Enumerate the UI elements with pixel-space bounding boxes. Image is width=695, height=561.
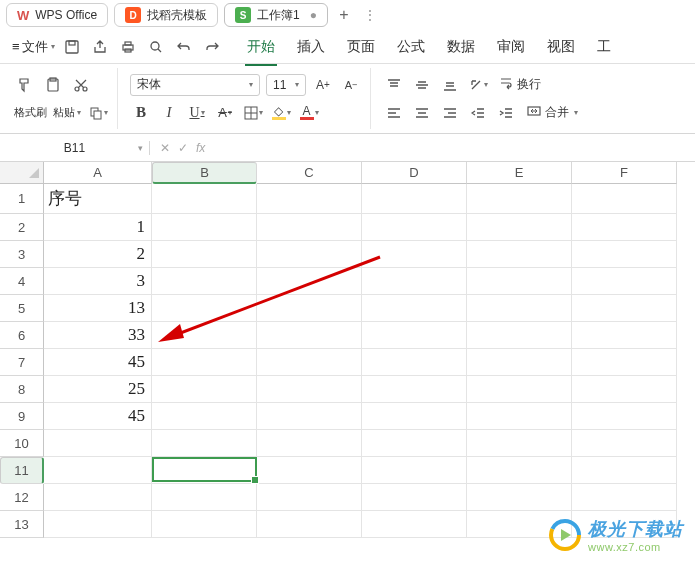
bold-button[interactable]: B [130, 102, 152, 124]
tab-formula[interactable]: 公式 [395, 34, 427, 60]
cell[interactable] [44, 484, 152, 511]
name-box[interactable]: B11 ▾ [0, 141, 150, 155]
row-header[interactable]: 5 [0, 295, 44, 322]
merge-label: 合并 [545, 104, 569, 121]
increase-font-button[interactable]: A+ [312, 74, 334, 96]
cell[interactable]: 13 [44, 295, 152, 322]
row-header[interactable]: 9 [0, 403, 44, 430]
merge-icon [527, 104, 541, 121]
font-size-select[interactable]: 11 ▾ [266, 74, 306, 96]
cell[interactable]: 45 [44, 349, 152, 376]
underline-button[interactable]: U▾ [186, 102, 208, 124]
cell[interactable] [44, 430, 152, 457]
redo-icon[interactable] [201, 36, 223, 58]
row-header[interactable]: 10 [0, 430, 44, 457]
decrease-indent-button[interactable] [467, 102, 489, 124]
column-header[interactable]: B [152, 162, 257, 184]
svg-rect-0 [66, 41, 78, 53]
tab-view[interactable]: 视图 [545, 34, 577, 60]
orientation-button[interactable]: ▾ [467, 74, 489, 96]
cell[interactable] [44, 511, 152, 538]
decrease-font-button[interactable]: A− [340, 74, 362, 96]
export-icon[interactable] [89, 36, 111, 58]
cancel-formula-icon[interactable]: ✕ [160, 141, 170, 155]
row-header[interactable]: 7 [0, 349, 44, 376]
wrap-text-button[interactable]: 换行 [495, 76, 545, 93]
row-header[interactable]: 6 [0, 322, 44, 349]
row-header[interactable]: 8 [0, 376, 44, 403]
column-header[interactable]: C [257, 162, 362, 184]
column-header[interactable]: E [467, 162, 572, 184]
paste-label[interactable]: 粘贴▾ [53, 105, 81, 120]
app-tab-template[interactable]: D 找稻壳模板 [114, 3, 218, 27]
paste-button[interactable] [42, 74, 64, 96]
tab-page[interactable]: 页面 [345, 34, 377, 60]
row-header[interactable]: 3 [0, 241, 44, 268]
row-header[interactable]: 11 [0, 457, 44, 484]
cells-area[interactable]: 序号 1 2 3 13 33 45 25 45 [44, 184, 677, 538]
align-middle-button[interactable] [411, 74, 433, 96]
tab-insert[interactable]: 插入 [295, 34, 327, 60]
strikethrough-button[interactable]: A▾ [214, 102, 236, 124]
align-right-button[interactable] [439, 102, 461, 124]
cell[interactable]: 33 [44, 322, 152, 349]
cell[interactable] [44, 457, 152, 484]
file-menu-button[interactable]: ≡ 文件 ▾ [8, 38, 59, 56]
row-header[interactable]: 12 [0, 484, 44, 511]
watermark-logo-icon [548, 518, 582, 552]
column-header[interactable]: D [362, 162, 467, 184]
svg-rect-11 [94, 111, 101, 119]
tab-review[interactable]: 审阅 [495, 34, 527, 60]
italic-button[interactable]: I [158, 102, 180, 124]
accept-formula-icon[interactable]: ✓ [178, 141, 188, 155]
wps-logo-icon: W [17, 8, 29, 23]
cut-button[interactable] [70, 74, 92, 96]
copy-button[interactable]: ▾ [87, 102, 109, 124]
svg-rect-1 [69, 41, 75, 45]
cell[interactable]: 45 [44, 403, 152, 430]
print-icon[interactable] [117, 36, 139, 58]
select-all-corner[interactable] [0, 162, 44, 184]
formula-input[interactable] [215, 134, 695, 161]
watermark-title: 极光下载站 [588, 517, 683, 541]
cell[interactable]: 序号 [44, 184, 152, 214]
format-painter-button[interactable] [14, 74, 36, 96]
scissors-icon [72, 76, 90, 94]
column-header[interactable]: F [572, 162, 677, 184]
add-tab-button[interactable]: + [334, 6, 354, 24]
chevron-down-icon: ▾ [295, 80, 299, 89]
border-button[interactable]: ▾ [242, 102, 264, 124]
chevron-down-icon: ▾ [138, 143, 143, 153]
cell[interactable]: 3 [44, 268, 152, 295]
font-name-select[interactable]: 宋体 ▾ [130, 74, 260, 96]
row-header[interactable]: 4 [0, 268, 44, 295]
tab-data[interactable]: 数据 [445, 34, 477, 60]
tab-start[interactable]: 开始 [245, 34, 277, 60]
row-header[interactable]: 2 [0, 214, 44, 241]
align-bottom-button[interactable] [439, 74, 461, 96]
preview-icon[interactable] [145, 36, 167, 58]
row-header[interactable]: 13 [0, 511, 44, 538]
increase-indent-button[interactable] [495, 102, 517, 124]
app-tab-label: 工作簿1 [257, 7, 300, 24]
app-tab-workbook[interactable]: S 工作簿1 ● [224, 3, 328, 27]
wrap-label: 换行 [517, 76, 541, 93]
align-left-button[interactable] [383, 102, 405, 124]
font-size-value: 11 [273, 78, 286, 92]
undo-icon[interactable] [173, 36, 195, 58]
row-header[interactable]: 1 [0, 184, 44, 214]
font-color-button[interactable]: A▾ [298, 102, 320, 124]
cell[interactable]: 1 [44, 214, 152, 241]
cell[interactable]: 25 [44, 376, 152, 403]
fx-icon[interactable]: fx [196, 141, 205, 155]
tab-tools[interactable]: 工 [595, 34, 613, 60]
app-tab-wps[interactable]: W WPS Office [6, 3, 108, 27]
column-header[interactable]: A [44, 162, 152, 184]
cell[interactable]: 2 [44, 241, 152, 268]
fill-color-button[interactable]: ◇▾ [270, 102, 292, 124]
merge-cells-button[interactable]: 合并▾ [523, 104, 582, 121]
save-icon[interactable] [61, 36, 83, 58]
align-top-button[interactable] [383, 74, 405, 96]
tab-menu-button[interactable]: ⋮ [360, 8, 380, 22]
align-center-button[interactable] [411, 102, 433, 124]
